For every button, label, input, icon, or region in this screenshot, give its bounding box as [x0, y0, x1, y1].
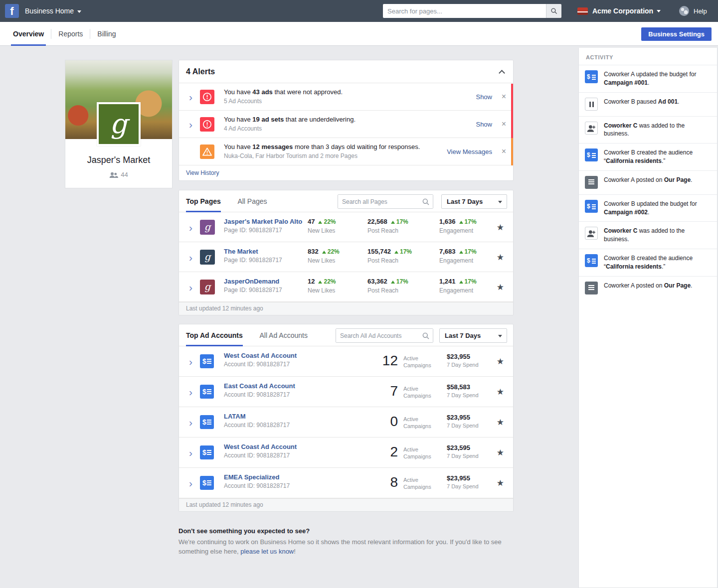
warning-icon — [200, 145, 214, 159]
tab-all-pages[interactable]: All Pages — [237, 190, 267, 212]
ad-account-name-link[interactable]: West Coast Ad Account — [224, 443, 297, 450]
show-link[interactable]: Show — [476, 93, 492, 101]
business-profile-card[interactable]: g Jasper's Market 44 — [65, 60, 173, 188]
chevron-right-icon[interactable]: › — [189, 92, 192, 102]
members-count: 44 — [65, 171, 172, 178]
alert-severity-strip — [511, 84, 513, 138]
ad-account-row: › $ West Coast Ad Account Account ID: 90… — [179, 346, 513, 377]
page-logo-icon: g — [200, 220, 215, 235]
tab-top-ad-accounts[interactable]: Top Ad Accounts — [186, 324, 243, 346]
alert-row: You have 12 messages more than 3 days ol… — [179, 138, 513, 165]
favorite-star-icon[interactable]: ★ — [497, 417, 504, 428]
active-campaigns-count: 8 — [358, 474, 398, 490]
ad-accounts-search-input[interactable] — [336, 329, 433, 342]
ad-account-name-link[interactable]: LATAM — [224, 413, 246, 420]
activity-title: ACTIVITY — [579, 48, 717, 65]
activity-item[interactable]: $ Coworker B updated the budget for Camp… — [579, 194, 717, 222]
tab-overview[interactable]: Overview — [6, 22, 51, 46]
chevron-right-icon[interactable]: › — [189, 478, 192, 488]
error-icon — [200, 117, 214, 132]
chevron-right-icon[interactable]: › — [189, 417, 192, 428]
let-us-know-link[interactable]: please let us know — [240, 548, 294, 555]
page-name-link[interactable]: The Market — [224, 248, 258, 255]
account-switcher[interactable]: Acme Corporation — [577, 0, 661, 22]
help-menu[interactable]: Help — [679, 0, 707, 22]
page-id: Page ID: 9081828717 — [224, 257, 282, 264]
page-name-link[interactable]: JasperOnDemand — [224, 278, 279, 285]
activity-item[interactable]: Coworker C was added to the business. — [579, 116, 717, 144]
ad-account-name-link[interactable]: West Coast Ad Account — [224, 352, 297, 359]
business-home-menu[interactable]: Business Home — [25, 0, 81, 22]
ad-accounts-date-range-select[interactable]: Last 7 Days — [439, 328, 507, 343]
page-name-link[interactable]: Jasper's Market Palo Alto — [224, 218, 302, 225]
seven-day-spend: $58,583 — [447, 383, 470, 391]
view-messages-link[interactable]: View Messages — [447, 148, 492, 155]
close-icon[interactable]: × — [502, 147, 506, 156]
tab-top-pages[interactable]: Top Pages — [186, 190, 221, 212]
chevron-right-icon[interactable]: › — [189, 387, 192, 397]
chevron-down-icon — [77, 10, 81, 13]
favorite-star-icon[interactable]: ★ — [497, 447, 504, 458]
favorite-star-icon[interactable]: ★ — [497, 252, 504, 262]
search-button[interactable] — [546, 4, 561, 18]
up-arrow-icon — [459, 281, 463, 284]
up-arrow-icon — [394, 251, 398, 254]
pages-date-range-select[interactable]: Last 7 Days — [441, 194, 507, 209]
global-search-input[interactable] — [383, 4, 546, 18]
stat-new-likes: 83222% New Likes — [308, 248, 340, 264]
feedback-note-body: We're continuing to work on Business Hom… — [179, 538, 508, 557]
show-link[interactable]: Show — [476, 121, 492, 128]
app-title-label: Business Home — [25, 7, 74, 15]
chevron-right-icon[interactable]: › — [189, 447, 192, 458]
favorite-star-icon[interactable]: ★ — [497, 282, 504, 292]
seven-day-spend: $23,595 — [447, 444, 470, 451]
ad-accounts-last-updated: Last updated 12 minutes ago — [179, 498, 513, 511]
up-arrow-icon — [391, 221, 395, 224]
pages-search-input[interactable] — [338, 195, 433, 208]
ad-account-id: Account ID: 9081828717 — [224, 422, 290, 429]
chevron-down-icon — [498, 201, 502, 203]
jaspers-market-logo-icon: g — [97, 102, 141, 146]
favorite-star-icon[interactable]: ★ — [497, 387, 504, 397]
stat-new-likes: 4722% New Likes — [308, 218, 336, 234]
tab-all-ad-accounts[interactable]: All Ad Accounts — [259, 324, 308, 346]
favorite-star-icon[interactable]: ★ — [497, 222, 504, 232]
facebook-logo-icon[interactable]: f — [5, 4, 19, 18]
view-history-link[interactable]: View History — [179, 165, 513, 181]
search-icon — [550, 7, 557, 14]
page-row: › g Jasper's Market Palo Alto Page ID: 9… — [179, 212, 513, 242]
favorite-star-icon[interactable]: ★ — [497, 356, 504, 367]
up-arrow-icon — [322, 251, 326, 254]
ad-account-icon: $ — [585, 70, 598, 83]
up-arrow-icon — [459, 221, 463, 224]
activity-item[interactable]: $ Coworker B created the audience “Calif… — [579, 249, 717, 276]
chevron-right-icon[interactable]: › — [189, 119, 192, 130]
activity-item[interactable]: Coworker A posted on Our Page. — [579, 276, 717, 300]
collapse-chevron-up-icon[interactable] — [499, 70, 505, 76]
chevron-right-icon[interactable]: › — [189, 356, 192, 367]
close-icon[interactable]: × — [502, 120, 506, 129]
close-icon[interactable]: × — [502, 92, 506, 101]
chevron-right-icon[interactable]: › — [189, 252, 192, 262]
favorite-star-icon[interactable]: ★ — [497, 478, 504, 488]
stat-engagement: 7,68317% Engagement — [439, 248, 477, 264]
chevron-right-icon[interactable]: › — [189, 282, 192, 292]
seven-day-spend-label: 7 Day Spend — [447, 483, 479, 489]
chevron-down-icon — [498, 335, 502, 337]
ad-account-name-link[interactable]: East Coast Ad Account — [224, 382, 295, 390]
activity-item[interactable]: Coworker B paused Ad 001. — [579, 92, 717, 116]
active-campaigns-count: 2 — [358, 444, 398, 460]
activity-item[interactable]: $ Coworker B created the audience “Calif… — [579, 143, 717, 170]
activity-item[interactable]: $ Coworker A updated the budget for Camp… — [579, 65, 717, 92]
chevron-right-icon[interactable]: › — [189, 222, 192, 232]
activity-item[interactable]: Coworker C was added to the business. — [579, 221, 717, 249]
business-name: Jasper's Market — [65, 155, 172, 165]
up-arrow-icon — [459, 251, 463, 254]
tab-reports[interactable]: Reports — [51, 22, 90, 46]
business-settings-button[interactable]: Business Settings — [641, 27, 712, 41]
acme-logo-icon — [577, 7, 588, 15]
ad-account-name-link[interactable]: EMEA Specialized — [224, 473, 280, 481]
activity-item[interactable]: Coworker A posted on Our Page. — [579, 170, 717, 194]
tab-billing[interactable]: Billing — [90, 22, 123, 46]
ad-account-icon: $ — [200, 476, 214, 490]
